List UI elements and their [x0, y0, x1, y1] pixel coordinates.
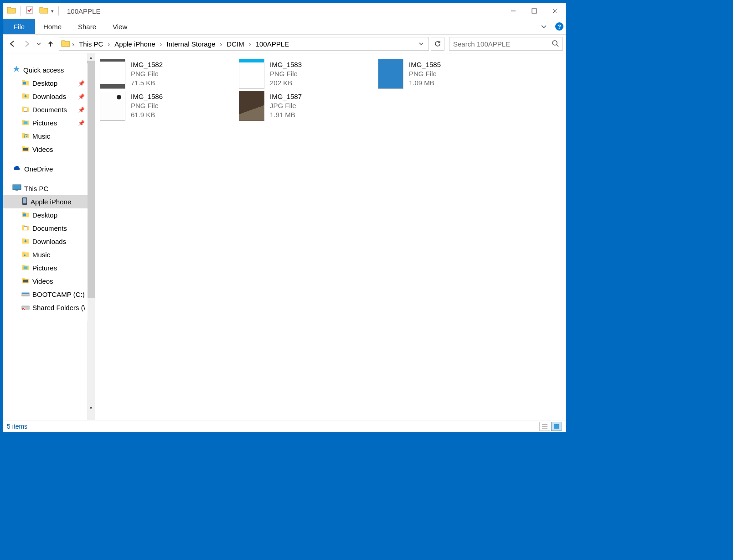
chevron-right-icon[interactable]: ›: [159, 40, 163, 48]
svg-point-19: [24, 254, 26, 256]
svg-rect-9: [24, 121, 28, 124]
tab-view[interactable]: View: [104, 19, 135, 34]
recent-locations-icon[interactable]: [35, 37, 42, 50]
folder-icon: [21, 251, 30, 259]
file-type: JPG File: [270, 101, 302, 110]
maximize-button[interactable]: [524, 3, 545, 19]
folder-icon[interactable]: [39, 6, 48, 16]
nav-videos[interactable]: Videos: [3, 143, 88, 156]
nav-label: Videos: [32, 145, 53, 153]
file-type: PNG File: [131, 69, 163, 78]
thumbnail-icon: [100, 91, 125, 121]
nav-desktop[interactable]: Desktop📌: [3, 77, 88, 90]
svg-rect-18: [24, 226, 27, 230]
nav-pc-desktop[interactable]: Desktop: [3, 208, 88, 222]
nav-pc-downloads[interactable]: Downloads: [3, 235, 88, 248]
tab-share[interactable]: Share: [70, 19, 104, 34]
search-icon[interactable]: [552, 40, 559, 48]
nav-label: Downloads: [32, 93, 66, 100]
nav-downloads[interactable]: Downloads📌: [3, 90, 88, 103]
nav-this-pc[interactable]: This PC: [3, 182, 88, 195]
nav-pc-pictures[interactable]: Pictures: [3, 261, 88, 275]
file-type: PNG File: [409, 69, 441, 78]
nav-label: Videos: [32, 277, 53, 285]
nav-scrollbar[interactable]: [87, 53, 95, 420]
nav-shared-folders[interactable]: Shared Folders (\: [3, 301, 88, 314]
scroll-up-icon[interactable]: ▴: [87, 53, 95, 61]
nav-pc-videos[interactable]: Videos: [3, 275, 88, 288]
details-view-button[interactable]: [539, 422, 550, 431]
folder-icon: [61, 40, 70, 48]
collapse-ribbon-icon[interactable]: [535, 19, 553, 34]
nav-pictures[interactable]: Pictures📌: [3, 116, 88, 130]
back-button[interactable]: [6, 37, 19, 50]
breadcrumb-device[interactable]: Apple iPhone: [112, 37, 158, 50]
file-item[interactable]: IMG_1583 PNG File 202 KB: [238, 58, 377, 90]
ribbon: File Home Share View ?: [3, 19, 566, 35]
file-size: 61.9 KB: [131, 110, 163, 119]
svg-line-6: [557, 45, 558, 47]
tab-home[interactable]: Home: [35, 19, 70, 34]
phone-icon: [21, 197, 28, 207]
svg-rect-23: [22, 293, 29, 294]
nav-quick-access[interactable]: Quick access: [3, 63, 88, 77]
file-item[interactable]: IMG_1585 PNG File 1.09 MB: [377, 58, 516, 90]
navigation-pane: ▴ ▾ Quick access Desktop📌 Downloads📌 Doc…: [3, 53, 95, 420]
pin-icon: 📌: [78, 93, 85, 100]
folder-icon: [21, 264, 30, 272]
chevron-right-icon[interactable]: ›: [71, 40, 75, 48]
file-type: PNG File: [270, 69, 302, 78]
qat-dropdown-icon[interactable]: ▾: [51, 8, 54, 14]
breadcrumb-current[interactable]: 100APPLE: [253, 37, 292, 50]
file-tab[interactable]: File: [3, 19, 35, 34]
file-item[interactable]: IMG_1587 JPG File 1.91 MB: [238, 90, 377, 122]
close-button[interactable]: [545, 3, 566, 19]
svg-rect-20: [24, 266, 28, 269]
folder-icon: [21, 224, 30, 232]
search-input[interactable]: [453, 40, 552, 48]
svg-rect-0: [26, 7, 33, 13]
minimize-button[interactable]: [503, 3, 524, 19]
nav-onedrive[interactable]: OneDrive: [3, 162, 88, 176]
up-button[interactable]: [44, 37, 57, 50]
pin-icon: 📌: [78, 80, 85, 87]
breadcrumb-this-pc[interactable]: This PC: [76, 37, 106, 50]
search-box[interactable]: [449, 37, 563, 51]
forward-button[interactable]: [21, 37, 33, 50]
file-name: IMG_1587: [270, 92, 302, 101]
address-dropdown-icon[interactable]: [416, 40, 427, 48]
breadcrumb-storage[interactable]: Internal Storage: [164, 37, 218, 50]
svg-rect-12: [23, 148, 28, 150]
properties-icon[interactable]: [26, 6, 34, 16]
scroll-down-icon[interactable]: ▾: [87, 404, 95, 412]
chevron-right-icon[interactable]: ›: [219, 40, 223, 48]
nav-pc-documents[interactable]: Documents: [3, 222, 88, 235]
help-button[interactable]: ?: [553, 19, 566, 34]
file-item[interactable]: IMG_1582 PNG File 71.5 KB: [99, 58, 238, 90]
refresh-button[interactable]: [431, 37, 444, 51]
svg-rect-31: [554, 424, 559, 429]
file-size: 71.5 KB: [131, 78, 163, 88]
address-bar[interactable]: › This PC › Apple iPhone › Internal Stor…: [59, 37, 429, 51]
monitor-icon: [12, 184, 21, 193]
nav-label: Documents: [32, 106, 67, 114]
icons-view-button[interactable]: [551, 422, 562, 431]
nav-music[interactable]: Music: [3, 130, 88, 143]
folder-icon: [21, 277, 30, 285]
file-item[interactable]: IMG_1586 PNG File 61.9 KB: [99, 90, 238, 122]
nav-pc-music[interactable]: Music: [3, 248, 88, 261]
nav-documents[interactable]: Documents📌: [3, 103, 88, 116]
nav-apple-iphone[interactable]: Apple iPhone: [3, 195, 88, 208]
chevron-right-icon[interactable]: ›: [248, 40, 252, 48]
nav-label: Shared Folders (\: [32, 304, 85, 311]
nav-label: Pictures: [32, 264, 57, 272]
file-size: 1.91 MB: [270, 110, 302, 119]
thumbnail-icon: [100, 59, 125, 89]
folder-icon: [7, 6, 16, 16]
breadcrumb-dcim[interactable]: DCIM: [224, 37, 247, 50]
folder-icon: [21, 238, 30, 245]
nav-bootcamp-drive[interactable]: BOOTCAMP (C:): [3, 288, 88, 301]
svg-point-5: [552, 41, 557, 45]
chevron-right-icon[interactable]: ›: [107, 40, 111, 48]
nav-label: This PC: [24, 185, 48, 192]
